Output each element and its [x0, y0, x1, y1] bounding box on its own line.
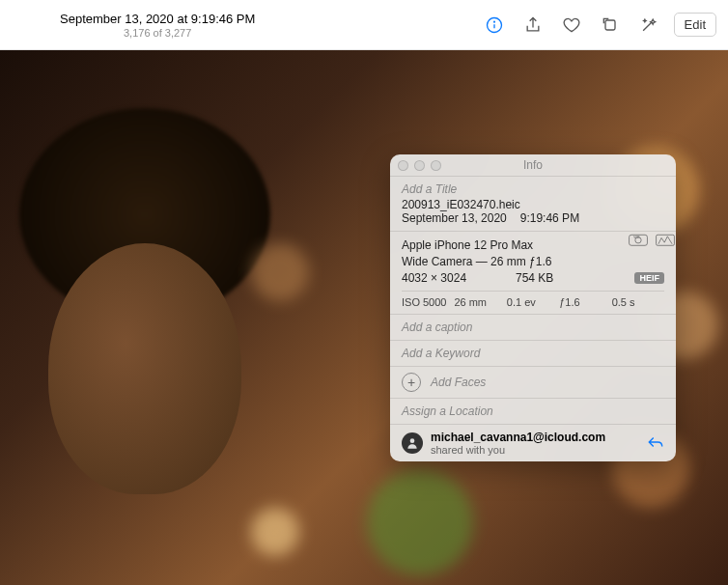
rotate-icon — [601, 15, 620, 35]
svg-text:WB: WB — [633, 235, 640, 239]
shared-section: michael_cavanna1@icloud.com shared with … — [390, 424, 676, 461]
info-button[interactable] — [477, 10, 512, 41]
keyword-section: Add a Keyword — [390, 340, 676, 366]
panel-header[interactable]: Info — [390, 154, 676, 176]
heart-icon — [562, 15, 581, 35]
share-button[interactable] — [516, 10, 550, 41]
histogram-icon — [655, 232, 676, 247]
exif-shutter: 0.5 s — [612, 296, 664, 308]
bokeh-light — [251, 243, 309, 301]
date-row: September 13, 2020 9:19:46 PM — [402, 211, 664, 225]
dimensions: 4032 × 3024 — [402, 271, 466, 285]
keyword-input[interactable]: Add a Keyword — [402, 347, 664, 360]
svg-point-2 — [493, 21, 494, 22]
faces-section: + Add Faces — [390, 366, 676, 398]
exif-row: ISO 5000 26 mm 0.1 ev ƒ1.6 0.5 s — [402, 291, 664, 308]
exif-ev: 0.1 ev — [507, 296, 559, 308]
filename: 200913_iE032470.heic — [402, 198, 664, 211]
title-input[interactable]: Add a Title — [402, 182, 664, 196]
format-badge: HEIF — [634, 272, 664, 284]
bokeh-light — [367, 469, 473, 575]
title-section: Add a Title 200913_iE032470.heic Septemb… — [390, 176, 676, 231]
plus-icon: + — [402, 373, 421, 392]
exif-aperture: ƒ1.6 — [559, 296, 611, 308]
exif-iso: ISO 5000 — [402, 296, 454, 308]
location-input[interactable]: Assign a Location — [402, 404, 664, 418]
camera-model: Apple iPhone 12 Pro Max — [402, 237, 664, 254]
title-area: September 13, 2020 at 9:19:46 PM 3,176 o… — [60, 12, 255, 39]
add-faces-label: Add Faces — [431, 376, 486, 389]
shared-email: michael_cavanna1@icloud.com — [431, 431, 605, 444]
edit-button[interactable]: Edit — [674, 13, 716, 37]
info-time: 9:19:46 PM — [520, 211, 579, 225]
person-icon — [406, 436, 419, 450]
camera-lens: Wide Camera — 26 mm ƒ1.6 — [402, 254, 664, 270]
shared-text: michael_cavanna1@icloud.com shared with … — [431, 431, 605, 456]
panel-title: Info — [390, 158, 676, 172]
toolbar: September 13, 2020 at 9:19:46 PM 3,176 o… — [0, 0, 728, 50]
caption-input[interactable]: Add a caption — [402, 320, 664, 334]
add-faces-button[interactable]: + Add Faces — [402, 373, 664, 392]
caption-section: Add a caption — [390, 314, 676, 340]
avatar — [402, 432, 423, 454]
photo-subject-face — [48, 243, 241, 494]
photo-viewport[interactable]: Info Add a Title 200913_iE032470.heic Se… — [0, 50, 728, 585]
photo-datetime: September 13, 2020 at 9:19:46 PM — [60, 12, 255, 26]
filesize: 754 KB — [516, 271, 553, 285]
svg-rect-3 — [605, 20, 615, 30]
enhance-button[interactable] — [631, 10, 666, 41]
bokeh-light — [251, 508, 299, 556]
share-icon — [523, 15, 543, 35]
rotate-button[interactable] — [593, 10, 628, 41]
exif-focal: 26 mm — [454, 296, 506, 308]
info-panel: Info Add a Title 200913_iE032470.heic Se… — [390, 154, 676, 461]
whitebalance-icon: WB — [628, 232, 649, 247]
camera-section: WB Apple iPhone 12 Pro Max Wide Camera —… — [390, 231, 676, 314]
reply-button[interactable] — [647, 434, 664, 453]
info-icon — [485, 15, 504, 35]
shared-sub: shared with you — [431, 444, 605, 456]
info-date: September 13, 2020 — [402, 211, 507, 225]
wand-icon — [639, 15, 658, 35]
svg-point-8 — [410, 438, 415, 443]
photo-counter: 3,176 of 3,277 — [60, 27, 255, 39]
location-section: Assign a Location — [390, 398, 676, 424]
reply-arrow-icon — [647, 434, 664, 450]
favorite-button[interactable] — [554, 10, 589, 41]
